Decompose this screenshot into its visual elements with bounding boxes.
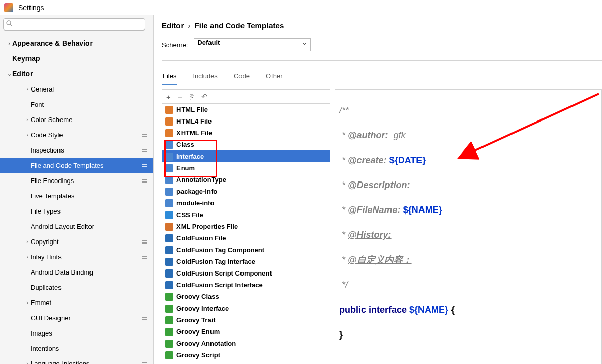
gear-icon	[141, 238, 148, 245]
nav-item[interactable]: ›General	[0, 81, 153, 97]
file-type-icon	[165, 117, 173, 126]
nav-tree: ›Appearance & BehaviorKeymap⌄Editor›Gene…	[0, 34, 153, 364]
nav-item-label: File Types	[31, 207, 61, 215]
nav-item[interactable]: ›Color Scheme	[0, 112, 153, 127]
nav-item[interactable]: ›Inlay Hints	[0, 249, 153, 264]
file-row[interactable]: Groovy Annotation	[162, 338, 330, 349]
file-label: ColdFusion Tag Interface	[176, 258, 255, 265]
tab-code[interactable]: Code	[233, 69, 251, 85]
file-row[interactable]: Enum	[162, 162, 330, 174]
nav-item-label: Language Injections	[31, 360, 89, 365]
file-row[interactable]: ColdFusion Tag Component	[162, 244, 330, 256]
file-row[interactable]: package-info	[162, 186, 330, 197]
file-toolbar: + − ⎘ ↶	[162, 90, 330, 104]
gear-icon	[141, 360, 148, 364]
tab-files[interactable]: Files	[162, 69, 177, 85]
breadcrumb-sep: ›	[188, 21, 191, 30]
nav-item[interactable]: Live Templates	[0, 188, 153, 203]
file-type-icon	[165, 223, 173, 231]
nav-item[interactable]: ›Code Style	[0, 127, 153, 142]
app-icon	[4, 3, 13, 12]
file-row[interactable]: ColdFusion File	[162, 232, 330, 244]
file-row[interactable]: module-info	[162, 197, 330, 209]
file-label: Interface	[176, 153, 204, 160]
file-row[interactable]: XML Properties File	[162, 221, 330, 232]
svg-point-0	[7, 21, 11, 25]
nav-item[interactable]: ›Copyright	[0, 234, 153, 249]
nav-item-label: Android Data Binding	[31, 268, 93, 276]
svg-rect-12	[142, 256, 147, 257]
tabs: FilesIncludesCodeOther	[162, 69, 602, 85]
nav-item-label: File and Code Templates	[31, 162, 104, 169]
svg-rect-10	[142, 240, 147, 241]
file-type-icon	[165, 340, 173, 348]
expand-arrow-icon: ›	[24, 360, 31, 364]
expand-arrow-icon: ›	[24, 254, 31, 260]
file-row[interactable]: HTML File	[162, 104, 330, 115]
file-row[interactable]: ColdFusion Script Interface	[162, 279, 330, 291]
file-row[interactable]: Interface	[162, 150, 330, 162]
file-row[interactable]: Groovy Interface	[162, 302, 330, 314]
tab-other[interactable]: Other	[265, 69, 284, 85]
nav-item[interactable]: ›Appearance & Behavior	[0, 36, 153, 51]
file-row[interactable]: Groovy Script	[162, 349, 330, 361]
expand-arrow-icon: ⌄	[6, 71, 12, 77]
file-row[interactable]: HTML4 File	[162, 115, 330, 127]
nav-item[interactable]: Intentions	[0, 341, 153, 356]
file-row[interactable]: Groovy Enum	[162, 326, 330, 338]
nav-item[interactable]: Font	[0, 97, 153, 112]
file-row[interactable]: Groovy Trait	[162, 314, 330, 326]
nav-item[interactable]: File Types	[0, 203, 153, 219]
file-type-icon	[165, 199, 173, 207]
file-type-icon	[165, 211, 173, 219]
file-row[interactable]: ColdFusion Script Component	[162, 267, 330, 279]
file-type-icon	[165, 129, 173, 137]
search-input[interactable]	[3, 18, 145, 31]
file-list-panel: + − ⎘ ↶ HTML FileHTML4 FileXHTML FileCla…	[162, 89, 330, 364]
svg-rect-13	[142, 258, 147, 259]
nav-item[interactable]: Duplicates	[0, 280, 153, 295]
file-row[interactable]: CSS File	[162, 209, 330, 221]
nav-item-label: Android Layout Editor	[31, 223, 94, 230]
revert-button[interactable]: ↶	[201, 92, 208, 101]
nav-item[interactable]: GUI Designer	[0, 310, 153, 325]
file-label: Enum	[176, 164, 195, 172]
file-row[interactable]: Groovy Class	[162, 291, 330, 302]
nav-item[interactable]: Keymap	[0, 51, 153, 66]
scheme-select[interactable]: Default ⌄	[194, 38, 311, 51]
add-button[interactable]: +	[166, 93, 171, 101]
nav-item-label: Live Templates	[31, 192, 74, 200]
svg-rect-5	[142, 151, 147, 152]
nav-item[interactable]: ›Emmet	[0, 295, 153, 310]
code-editor[interactable]: /** * @author: gfk * @create: ${DATE} * …	[335, 90, 601, 364]
nav-item[interactable]: Android Layout Editor	[0, 219, 153, 234]
nav-item[interactable]: File and Code Templates	[0, 158, 153, 173]
breadcrumb: Editor › File and Code Templates	[162, 21, 602, 30]
copy-button[interactable]: ⎘	[190, 93, 194, 101]
file-row[interactable]: Class	[162, 139, 330, 150]
svg-rect-16	[142, 362, 147, 363]
nav-item-label: Emmet	[31, 299, 51, 307]
file-label: ColdFusion Script Interface	[176, 281, 263, 289]
nav-item[interactable]: File Encodings	[0, 173, 153, 188]
nav-item-label: Keymap	[12, 54, 40, 63]
nav-item[interactable]: Inspections	[0, 142, 153, 158]
nav-item[interactable]: ⌄Editor	[0, 66, 153, 81]
nav-item[interactable]: Images	[0, 325, 153, 341]
gear-icon	[141, 314, 148, 321]
tab-includes[interactable]: Includes	[192, 69, 218, 85]
svg-rect-8	[142, 179, 147, 180]
nav-item[interactable]: ›Language Injections	[0, 356, 153, 364]
file-label: AnnotationType	[176, 176, 226, 184]
nav-item[interactable]: Android Data Binding	[0, 264, 153, 280]
file-list[interactable]: HTML FileHTML4 FileXHTML FileClassInterf…	[162, 104, 330, 364]
expand-arrow-icon: ›	[24, 132, 31, 138]
file-type-icon	[165, 305, 173, 313]
file-row[interactable]: XHTML File	[162, 127, 330, 139]
svg-rect-6	[142, 164, 147, 165]
nav-item-label: Font	[31, 101, 44, 108]
svg-rect-11	[142, 242, 147, 244]
remove-button[interactable]: −	[178, 93, 183, 101]
file-row[interactable]: AnnotationType	[162, 174, 330, 186]
file-row[interactable]: ColdFusion Tag Interface	[162, 256, 330, 267]
